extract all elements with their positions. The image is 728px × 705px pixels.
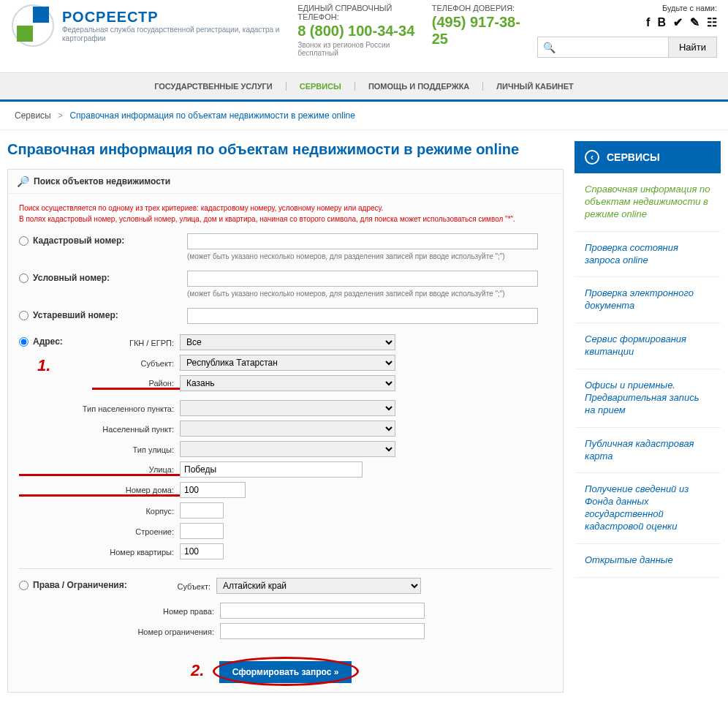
select-subject[interactable]: Республика Татарстан	[180, 355, 395, 371]
logo-subtitle: Федеральная служба государственной регис…	[62, 26, 283, 43]
search-button[interactable]: Найти	[669, 37, 717, 58]
nav-item-account[interactable]: ЛИЧНЫЙ КАБИНЕТ	[483, 82, 587, 91]
label-restriction-num: Номер ограничения:	[19, 626, 220, 636]
label-cadastral: Кадастровый номер:	[33, 235, 124, 246]
input-structure[interactable]	[180, 523, 224, 539]
select-gkn[interactable]: Все	[180, 334, 395, 350]
phone1-number: 8 (800) 100-34-34	[297, 23, 417, 39]
input-building[interactable]	[180, 502, 224, 519]
sidebar-item-0[interactable]: Справочная информация по объектам недвиж…	[575, 173, 721, 232]
sidebar-item-5[interactable]: Публичная кадастровая карта	[575, 428, 721, 474]
sidebar-item-1[interactable]: Проверка состояния запроса online	[575, 232, 721, 278]
main-nav: ГОСУДАРСТВЕННЫЕ УСЛУГИ СЕРВИСЫ ПОМОЩЬ И …	[0, 72, 728, 102]
search-input[interactable]	[537, 37, 669, 58]
livejournal-icon[interactable]: ✎	[690, 15, 699, 29]
sidebar: ‹ СЕРВИСЫ Справочная информация по объек…	[575, 141, 721, 693]
sidebar-item-7[interactable]: Открытые данные	[575, 544, 721, 578]
nav-item-services-gov[interactable]: ГОСУДАРСТВЕННЫЕ УСЛУГИ	[141, 82, 287, 91]
label-apartment: Номер квартиры:	[19, 546, 180, 557]
label-district: Район:	[92, 377, 180, 390]
label-street: Улица:	[19, 464, 180, 476]
svg-rect-1	[33, 7, 49, 23]
input-obsolete[interactable]	[187, 308, 538, 324]
label-building: Корпус:	[19, 505, 180, 516]
label-right-num: Номер права:	[19, 606, 220, 616]
sidebar-item-4[interactable]: Офисы и приемные. Предварительная запись…	[575, 369, 721, 428]
note-cadastral: (может быть указано несколько номеров, д…	[187, 252, 552, 260]
label-r-subject: Субъект:	[158, 581, 216, 591]
phone2-label: ТЕЛЕФОН ДОВЕРИЯ:	[432, 4, 523, 12]
vkontakte-icon[interactable]: B	[657, 16, 666, 29]
label-rights: Права / Ограничения:	[33, 580, 127, 590]
annotation-1: 1.	[37, 356, 50, 375]
label-settlement: Населенный пункт:	[19, 423, 180, 434]
select-settlement-type[interactable]	[180, 400, 395, 416]
input-conditional[interactable]	[187, 271, 538, 287]
input-street[interactable]	[180, 461, 363, 478]
radio-address[interactable]	[19, 337, 29, 347]
breadcrumb-sep: >	[58, 110, 63, 121]
label-address: Адрес:	[33, 336, 63, 347]
back-arrow-icon: ‹	[585, 150, 599, 165]
input-right-num[interactable]	[220, 603, 425, 619]
label-settlement-type: Тип населенного пункта:	[19, 403, 180, 413]
select-district[interactable]: Казань	[180, 375, 395, 391]
input-house[interactable]	[180, 482, 246, 498]
label-street-type: Тип улицы:	[19, 444, 180, 454]
breadcrumb-current[interactable]: Справочная информация по объектам недвиж…	[69, 110, 355, 121]
select-r-subject[interactable]: Алтайский край	[216, 578, 421, 594]
folder-search-icon: 🔎	[17, 176, 29, 187]
label-conditional: Условный номер:	[33, 273, 110, 283]
radio-obsolete[interactable]	[19, 311, 29, 320]
logo-title: РОСРЕЕСТР	[62, 9, 283, 26]
search-form-panel: 🔎 Поиск объектов недвижимости Поиск осущ…	[7, 169, 564, 693]
submit-button[interactable]: Сформировать запрос »	[219, 661, 352, 683]
select-street-type[interactable]	[180, 441, 395, 457]
sidebar-item-3[interactable]: Сервис формирования квитанции	[575, 323, 721, 369]
sidebar-item-2[interactable]: Проверка электронного документа	[575, 277, 721, 323]
label-subject: Субъект:	[92, 358, 180, 368]
phone1-label: ЕДИНЫЙ СПРАВОЧНЫЙ ТЕЛЕФОН:	[297, 4, 417, 21]
input-apartment[interactable]	[180, 543, 224, 559]
panel-header-text: Поиск объектов недвижимости	[34, 176, 170, 186]
label-house: Номер дома:	[19, 484, 180, 497]
nav-item-help[interactable]: ПОМОЩЬ И ПОДДЕРЖКА	[355, 82, 483, 91]
breadcrumb-root[interactable]: Сервисы	[15, 110, 51, 121]
sidebar-title: СЕРВИСЫ	[607, 151, 660, 163]
hint-line-1: Поиск осуществляется по одному из трех к…	[19, 203, 552, 214]
label-gkn: ГКН / ЕГРП:	[92, 337, 180, 347]
phone2-number: (495) 917-38-25	[432, 14, 523, 48]
hint-line-2: В полях кадастровый номер, условный номе…	[19, 214, 552, 225]
logo-block[interactable]: РОСРЕЕСТР Федеральная служба государстве…	[11, 4, 283, 48]
social-label: Будьте с нами:	[537, 4, 717, 12]
breadcrumb: Сервисы > Справочная информация по объек…	[0, 102, 728, 130]
annotation-2: 2.	[191, 661, 204, 680]
select-settlement[interactable]	[180, 421, 395, 437]
radio-rights[interactable]	[19, 581, 29, 590]
input-cadastral[interactable]	[187, 233, 538, 249]
search-icon: 🔍	[543, 42, 556, 53]
page-title: Справочная информация по объектам недвиж…	[7, 141, 564, 158]
input-restriction-num[interactable]	[220, 623, 425, 639]
rss-icon[interactable]: ☷	[707, 15, 717, 29]
label-obsolete: Устаревший номер:	[33, 310, 118, 320]
twitter-icon[interactable]: ✔	[673, 15, 683, 29]
radio-cadastral[interactable]	[19, 236, 29, 246]
sidebar-header[interactable]: ‹ СЕРВИСЫ	[575, 141, 721, 173]
radio-conditional[interactable]	[19, 274, 29, 283]
facebook-icon[interactable]: f	[646, 16, 650, 29]
sidebar-item-6[interactable]: Получение сведений из Фонда данных госуд…	[575, 473, 721, 544]
svg-rect-2	[17, 26, 33, 42]
nav-item-services[interactable]: СЕРВИСЫ	[287, 82, 355, 91]
rosreestr-logo-icon	[11, 4, 55, 48]
label-structure: Строение:	[19, 526, 180, 536]
note-conditional: (может быть указано несколько номеров, д…	[187, 290, 552, 298]
phone1-note: Звонок из регионов России бесплатный	[297, 41, 417, 57]
